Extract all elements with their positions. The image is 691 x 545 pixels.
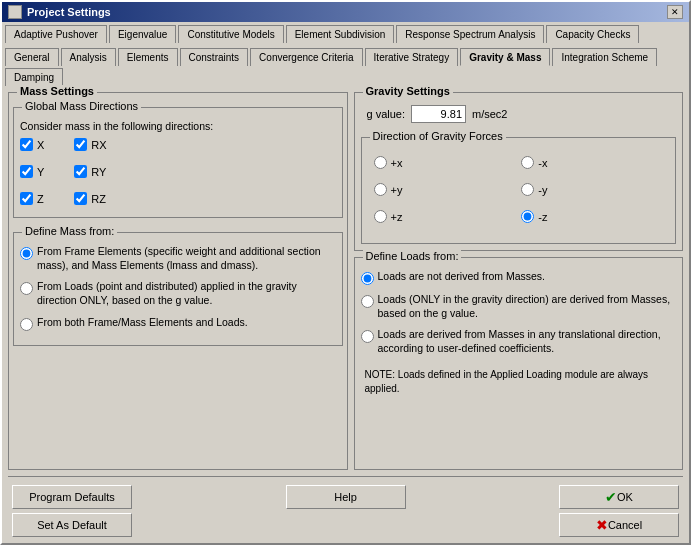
checkbox-y-row: Y — [20, 165, 44, 178]
label-ry: RY — [91, 166, 106, 178]
define-loads-label: Define Loads from: — [363, 250, 462, 262]
tab-gravity-mass[interactable]: Gravity & Mass — [460, 48, 550, 66]
mass-settings-label: Mass Settings — [17, 85, 97, 97]
radio-loads-gravity-only[interactable] — [361, 295, 374, 308]
window-icon — [8, 5, 22, 19]
radio-mass-both-label: From both Frame/Mass Elements and Loads. — [37, 316, 248, 330]
label-minus-z: -z — [538, 211, 547, 223]
radio-minus-x[interactable] — [521, 156, 534, 169]
radio-mass-loads[interactable] — [20, 282, 33, 295]
label-z: Z — [37, 193, 44, 205]
g-value-label: g value: — [367, 108, 406, 120]
radio-mass-frame-label: From Frame Elements (specific weight and… — [37, 245, 336, 272]
tab-adaptive-pushover[interactable]: Adaptive Pushover — [5, 25, 107, 43]
title-bar: Project Settings ✕ — [2, 2, 689, 22]
radio-plus-z[interactable] — [374, 210, 387, 223]
tabs-row2: General Analysis Elements Constraints Co… — [2, 45, 689, 86]
radio-minus-y[interactable] — [521, 183, 534, 196]
tab-constraints[interactable]: Constraints — [180, 48, 249, 66]
radio-minus-z[interactable] — [521, 210, 534, 223]
tab-element-subdivision[interactable]: Element Subdivision — [286, 25, 395, 43]
checkbox-ry-row: RY — [74, 165, 106, 178]
cancel-x-icon: ✖ — [596, 517, 608, 533]
help-button[interactable]: Help — [286, 485, 406, 509]
label-minus-x: -x — [538, 157, 547, 169]
radio-mass-both[interactable] — [20, 318, 33, 331]
radio-loads-translational[interactable] — [361, 330, 374, 343]
loads-note: NOTE: Loads defined in the Applied Loadi… — [361, 364, 677, 400]
checkbox-rx-row: RX — [74, 138, 106, 151]
tab-general[interactable]: General — [5, 48, 59, 66]
checkbox-x-row: X — [20, 138, 44, 151]
ok-button[interactable]: ✔ OK — [559, 485, 679, 509]
define-mass-option2: From Loads (point and distributed) appli… — [20, 280, 336, 307]
label-plus-y: +y — [391, 184, 403, 196]
ok-label: OK — [617, 491, 633, 503]
radio-loads-not-derived[interactable] — [361, 272, 374, 285]
main-content: Mass Settings Global Mass Directions Con… — [2, 86, 689, 476]
checkbox-z[interactable] — [20, 192, 33, 205]
gravity-direction-group: Direction of Gravity Forces +x -x +y — [361, 137, 677, 244]
window-title: Project Settings — [27, 6, 111, 18]
tab-convergence-criteria[interactable]: Convergence Criteria — [250, 48, 363, 66]
bottom-buttons: Program Defaults Set As Default Help ✔ O… — [2, 477, 689, 543]
checkbox-x[interactable] — [20, 138, 33, 151]
radio-mass-loads-label: From Loads (point and distributed) appli… — [37, 280, 336, 307]
bottom-center-buttons: Help — [286, 485, 406, 509]
tab-analysis[interactable]: Analysis — [61, 48, 116, 66]
g-unit-label: m/sec2 — [472, 108, 507, 120]
radio-loads-gravity-only-label: Loads (ONLY in the gravity direction) ar… — [378, 293, 677, 320]
define-loads-option2: Loads (ONLY in the gravity direction) ar… — [361, 293, 677, 320]
bottom-right-buttons: ✔ OK ✖ Cancel — [559, 485, 679, 537]
define-mass-option1: From Frame Elements (specific weight and… — [20, 245, 336, 272]
define-loads-group: Define Loads from: Loads are not derived… — [354, 257, 684, 470]
bottom-left-buttons: Program Defaults Set As Default — [12, 485, 132, 537]
label-y: Y — [37, 166, 44, 178]
checkbox-rx[interactable] — [74, 138, 87, 151]
close-button[interactable]: ✕ — [667, 5, 683, 19]
define-mass-option3: From both Frame/Mass Elements and Loads. — [20, 316, 336, 331]
cancel-button[interactable]: ✖ Cancel — [559, 513, 679, 537]
label-plus-z: +z — [391, 211, 403, 223]
radio-loads-translational-label: Loads are derived from Masses in any tra… — [378, 328, 677, 355]
tabs-row1: Adaptive Pushover Eigenvalue Constitutiv… — [2, 22, 689, 43]
define-loads-option1: Loads are not derived from Masses. — [361, 270, 677, 285]
tab-capacity-checks[interactable]: Capacity Checks — [546, 25, 639, 43]
radio-mass-frame[interactable] — [20, 247, 33, 260]
g-value-input[interactable] — [411, 105, 466, 123]
gravity-settings-group: Gravity Settings g value: m/sec2 Directi… — [354, 92, 684, 251]
gravity-direction-label: Direction of Gravity Forces — [370, 130, 506, 142]
radio-plus-y[interactable] — [374, 183, 387, 196]
tab-response-spectrum[interactable]: Response Spectrum Analysis — [396, 25, 544, 43]
label-rx: RX — [91, 139, 106, 151]
set-as-default-button[interactable]: Set As Default — [12, 513, 132, 537]
cancel-label: Cancel — [608, 519, 642, 531]
checkbox-z-row: Z — [20, 192, 44, 205]
right-panel: Gravity Settings g value: m/sec2 Directi… — [354, 92, 684, 470]
tab-integration-scheme[interactable]: Integration Scheme — [552, 48, 657, 66]
checkbox-rz-row: RZ — [74, 192, 106, 205]
define-mass-from-group: Define Mass from: From Frame Elements (s… — [13, 232, 343, 346]
mass-settings-panel: Mass Settings Global Mass Directions Con… — [8, 92, 348, 470]
global-mass-directions-label: Global Mass Directions — [22, 100, 141, 112]
label-x: X — [37, 139, 44, 151]
checkbox-rz[interactable] — [74, 192, 87, 205]
define-loads-option3: Loads are derived from Masses in any tra… — [361, 328, 677, 355]
tab-elements[interactable]: Elements — [118, 48, 178, 66]
tab-damping[interactable]: Damping — [5, 68, 63, 86]
label-rz: RZ — [91, 193, 106, 205]
global-mass-directions-group: Global Mass Directions Consider mass in … — [13, 107, 343, 218]
g-value-row: g value: m/sec2 — [361, 99, 677, 129]
program-defaults-button[interactable]: Program Defaults — [12, 485, 132, 509]
tab-iterative-strategy[interactable]: Iterative Strategy — [365, 48, 459, 66]
gravity-direction-grid: +x -x +y -y — [368, 150, 670, 237]
checkbox-ry[interactable] — [74, 165, 87, 178]
ok-check-icon: ✔ — [605, 489, 617, 505]
checkbox-columns: X Y Z RX — [20, 138, 336, 211]
tab-constitutive-models[interactable]: Constitutive Models — [178, 25, 283, 43]
mass-directions-description: Consider mass in the following direction… — [20, 120, 336, 132]
define-mass-label: Define Mass from: — [22, 225, 117, 237]
tab-eigenvalue[interactable]: Eigenvalue — [109, 25, 176, 43]
radio-plus-x[interactable] — [374, 156, 387, 169]
checkbox-y[interactable] — [20, 165, 33, 178]
